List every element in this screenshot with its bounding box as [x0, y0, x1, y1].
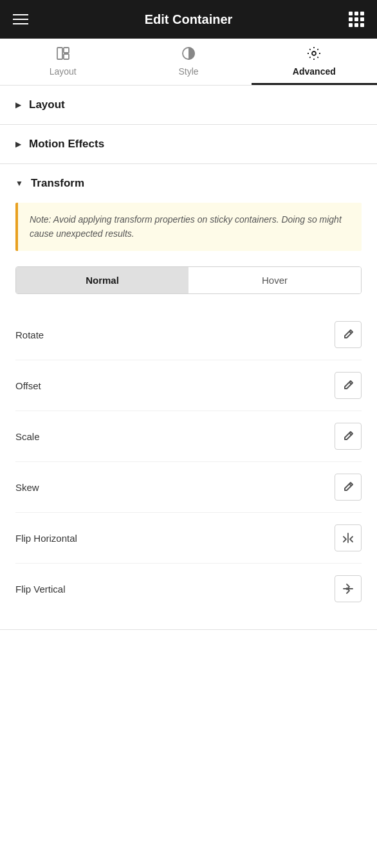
- rotate-row: Rotate: [15, 309, 362, 360]
- svg-point-4: [312, 51, 316, 55]
- offset-button[interactable]: [335, 372, 362, 399]
- scale-row: Scale: [15, 411, 362, 462]
- motion-effects-section-title: Motion Effects: [29, 138, 104, 151]
- layout-section: ▶ Layout: [0, 86, 377, 125]
- hamburger-icon[interactable]: [13, 14, 28, 24]
- tab-style[interactable]: Style: [125, 39, 251, 85]
- flip-horizontal-button[interactable]: [335, 524, 362, 551]
- transform-note-box: Note: Avoid applying transform propertie…: [15, 203, 362, 251]
- svg-rect-2: [64, 54, 69, 59]
- layout-icon: [56, 46, 70, 62]
- header: Edit Container: [0, 0, 377, 39]
- transform-note-text: Note: Avoid applying transform propertie…: [30, 213, 350, 241]
- flip-vertical-row: Flip Vertical: [15, 564, 362, 614]
- svg-rect-0: [57, 48, 62, 59]
- pencil-icon: [342, 481, 354, 493]
- transform-toggle-group: Normal Hover: [15, 266, 362, 294]
- toggle-hover-button[interactable]: Hover: [188, 267, 361, 293]
- scale-button[interactable]: [335, 423, 362, 450]
- pencil-icon: [342, 329, 354, 340]
- pencil-icon: [342, 430, 354, 442]
- motion-effects-chevron-icon: ▶: [15, 140, 21, 149]
- transform-section-title: Transform: [31, 177, 84, 190]
- flip-vertical-icon: [342, 583, 354, 595]
- tab-layout-label: Layout: [50, 66, 77, 77]
- offset-label: Offset: [15, 380, 41, 391]
- app-container: Edit Container Layout: [0, 0, 377, 868]
- apps-icon[interactable]: [349, 12, 364, 27]
- flip-vertical-label: Flip Vertical: [15, 584, 66, 595]
- tab-style-label: Style: [178, 66, 198, 77]
- flip-vertical-button[interactable]: [335, 575, 362, 602]
- flip-horizontal-row: Flip Horizontal: [15, 513, 362, 564]
- pencil-icon: [342, 380, 354, 391]
- scale-label: Scale: [15, 431, 40, 442]
- rotate-button[interactable]: [335, 321, 362, 348]
- transform-section-header[interactable]: ▼ Transform: [0, 164, 377, 203]
- header-title: Edit Container: [145, 12, 233, 27]
- offset-row: Offset: [15, 360, 362, 411]
- tab-layout[interactable]: Layout: [0, 39, 125, 85]
- transform-content: Note: Avoid applying transform propertie…: [0, 203, 377, 629]
- flip-horizontal-label: Flip Horizontal: [15, 533, 77, 544]
- tabs-bar: Layout Style Advanced: [0, 39, 377, 86]
- motion-effects-section-header[interactable]: ▶ Motion Effects: [0, 125, 377, 163]
- layout-section-title: Layout: [29, 98, 65, 111]
- rotate-label: Rotate: [15, 329, 44, 340]
- svg-rect-1: [64, 48, 69, 53]
- skew-button[interactable]: [335, 474, 362, 501]
- toggle-normal-button[interactable]: Normal: [16, 267, 188, 293]
- tab-advanced-label: Advanced: [293, 66, 336, 77]
- gear-icon: [307, 46, 321, 62]
- transform-section: ▼ Transform Note: Avoid applying transfo…: [0, 164, 377, 630]
- skew-label: Skew: [15, 482, 39, 493]
- flip-horizontal-icon: [342, 532, 354, 544]
- skew-row: Skew: [15, 462, 362, 513]
- transform-chevron-icon: ▼: [15, 179, 23, 188]
- tab-advanced[interactable]: Advanced: [252, 39, 377, 85]
- style-icon: [181, 46, 196, 62]
- layout-section-header[interactable]: ▶ Layout: [0, 86, 377, 124]
- layout-chevron-icon: ▶: [15, 100, 21, 109]
- motion-effects-section: ▶ Motion Effects: [0, 125, 377, 164]
